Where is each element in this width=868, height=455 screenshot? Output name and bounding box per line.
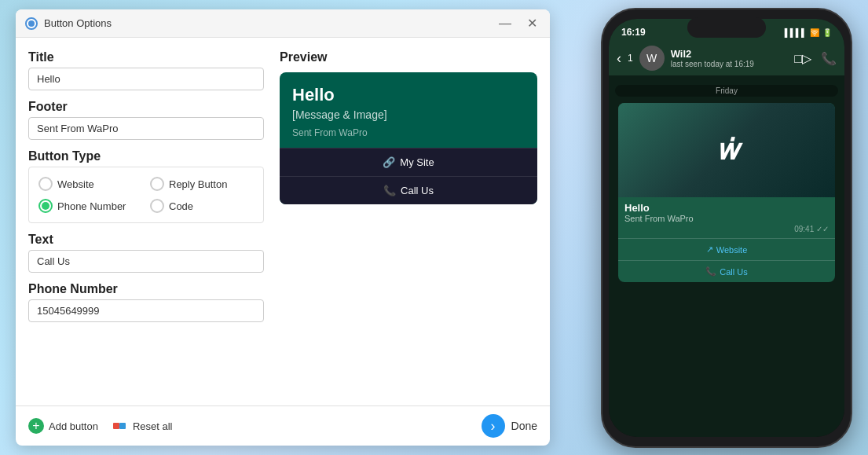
- website-btn-label: Website: [716, 245, 748, 255]
- time-value: 09:41: [794, 225, 814, 233]
- phone-input[interactable]: [28, 299, 264, 322]
- title-section: Title: [28, 50, 264, 90]
- radio-reply-circle: [150, 177, 164, 191]
- text-section: Text: [28, 233, 264, 273]
- status-icons: ▌▌▌▌ 🛜 🔋: [785, 28, 832, 37]
- wifi-icon: 🛜: [810, 28, 819, 37]
- reset-button[interactable]: Reset all: [111, 417, 173, 435]
- msg-footer: Sent From WaPro: [624, 214, 829, 223]
- radio-code-circle: [150, 199, 164, 213]
- avatar: W: [639, 46, 665, 71]
- msg-title: Hello: [624, 202, 829, 214]
- preview-label: Preview: [280, 50, 537, 64]
- text-input[interactable]: [28, 250, 264, 273]
- preview-buttons: 🔗 My Site 📞 Call Us: [280, 148, 537, 204]
- radio-code-label: Code: [169, 200, 193, 212]
- preview-header: Hello [Message & Image] Sent From WaPro: [280, 72, 537, 145]
- back-arrow-icon[interactable]: ‹: [617, 50, 621, 67]
- button-type-label: Button Type: [28, 149, 264, 163]
- message-image: ẇ: [618, 103, 835, 197]
- add-icon: +: [28, 418, 44, 434]
- last-seen: last seen today at 16:19: [671, 60, 789, 68]
- chat-actions: □▷ 📞: [794, 51, 837, 66]
- phone-notch: [687, 17, 766, 38]
- add-button-btn[interactable]: + Add button: [28, 418, 98, 434]
- chat-number: 1: [628, 53, 633, 64]
- message-bubble: ẇ Hello Sent From WaPro 09:41 ✓✓ ↗ Websi…: [618, 103, 835, 282]
- radio-phone-number[interactable]: Phone Number: [38, 199, 142, 213]
- msg-btn-callus[interactable]: 📞 Call Us: [618, 260, 835, 282]
- svg-rect-1: [119, 423, 126, 429]
- contact-name: Wil2: [671, 48, 789, 60]
- phone-label: Phone Number: [28, 282, 264, 296]
- phone-section: Phone Number: [28, 282, 264, 322]
- link-icon: 🔗: [383, 156, 395, 168]
- signal-icon: ▌▌▌▌: [785, 28, 807, 37]
- msg-btn-website[interactable]: ↗ Website: [618, 238, 835, 260]
- reset-icon: [111, 417, 128, 435]
- radio-reply-button[interactable]: Reply Button: [150, 177, 254, 191]
- message-content: Hello Sent From WaPro 09:41 ✓✓: [618, 197, 835, 238]
- left-panel: Title Footer Button Type Website Reply B…: [28, 50, 264, 393]
- close-button[interactable]: ✕: [524, 16, 540, 31]
- radio-website-circle: [38, 177, 53, 191]
- dialog-footer: + Add button Reset all › Done: [16, 405, 550, 446]
- call-btn-label: Call Us: [720, 267, 747, 277]
- w-logo: ẇ: [716, 134, 738, 167]
- dialog-body: Title Footer Button Type Website Reply B…: [16, 38, 550, 405]
- done-chevron-icon: ›: [482, 414, 505, 438]
- radio-website-label: Website: [57, 178, 94, 190]
- window-controls: — ✕: [496, 16, 540, 31]
- minimize-button[interactable]: —: [496, 16, 515, 31]
- btn-mysite-label: My Site: [400, 156, 434, 168]
- phone-icon: 📞: [383, 185, 396, 196]
- preview-card: Hello [Message & Image] Sent From WaPro …: [280, 72, 537, 204]
- add-button-label: Add button: [49, 420, 98, 432]
- website-btn-icon: ↗: [706, 244, 713, 255]
- title-label: Title: [28, 50, 264, 64]
- footer-input[interactable]: [28, 117, 264, 140]
- reset-label: Reset all: [133, 420, 173, 432]
- phone-screen: 16:19 ▌▌▌▌ 🛜 🔋 ‹ 1 W Wil2 last seen toda…: [609, 19, 844, 437]
- radio-code[interactable]: Code: [150, 199, 254, 213]
- button-options-dialog: Button Options — ✕ Title Footer Button T…: [16, 9, 550, 446]
- phone-mockup: 16:19 ▌▌▌▌ 🛜 🔋 ‹ 1 W Wil2 last seen toda…: [601, 8, 852, 448]
- phone-frame: 16:19 ▌▌▌▌ 🛜 🔋 ‹ 1 W Wil2 last seen toda…: [601, 8, 852, 448]
- call-btn-icon: 📞: [705, 266, 716, 277]
- button-type-section: Button Type Website Reply Button Phone N…: [28, 149, 264, 223]
- msg-time: 09:41 ✓✓: [624, 225, 829, 233]
- chat-date: Friday: [615, 85, 838, 97]
- battery-icon: 🔋: [822, 28, 832, 37]
- radio-phone-circle: [38, 199, 53, 213]
- preview-btn-mysite: 🔗 My Site: [280, 148, 537, 176]
- chat-body: Friday ẇ Hello Sent From WaPro 09:41 ✓✓ …: [609, 75, 844, 437]
- phone-time: 16:19: [621, 27, 646, 38]
- footer-label: Footer: [28, 100, 264, 114]
- button-type-box: Website Reply Button Phone Number Code: [28, 167, 264, 223]
- radio-website[interactable]: Website: [38, 177, 142, 191]
- video-call-icon[interactable]: □▷: [794, 51, 811, 66]
- chat-header: ‹ 1 W Wil2 last seen today at 16:19 □▷ 📞: [609, 41, 844, 75]
- voice-call-icon[interactable]: 📞: [821, 51, 837, 66]
- svg-rect-0: [113, 423, 119, 429]
- right-panel: Preview Hello [Message & Image] Sent Fro…: [280, 50, 537, 393]
- btn-callus-label: Call Us: [401, 185, 434, 196]
- preview-body: [Message & Image]: [292, 108, 525, 121]
- preview-title: Hello: [292, 85, 525, 105]
- done-button[interactable]: › Done: [482, 414, 537, 438]
- chat-info: Wil2 last seen today at 16:19: [671, 48, 789, 68]
- radio-phone-label: Phone Number: [57, 200, 126, 212]
- done-label: Done: [511, 420, 537, 432]
- dialog-title: Button Options: [44, 17, 496, 29]
- footer-section: Footer: [28, 100, 264, 140]
- preview-footer: Sent From WaPro: [292, 127, 525, 138]
- title-input[interactable]: [28, 68, 264, 90]
- radio-reply-label: Reply Button: [169, 178, 227, 190]
- text-label: Text: [28, 233, 264, 247]
- dialog-icon: [25, 17, 38, 30]
- dialog-titlebar: Button Options — ✕: [16, 9, 550, 38]
- preview-btn-callus: 📞 Call Us: [280, 176, 537, 204]
